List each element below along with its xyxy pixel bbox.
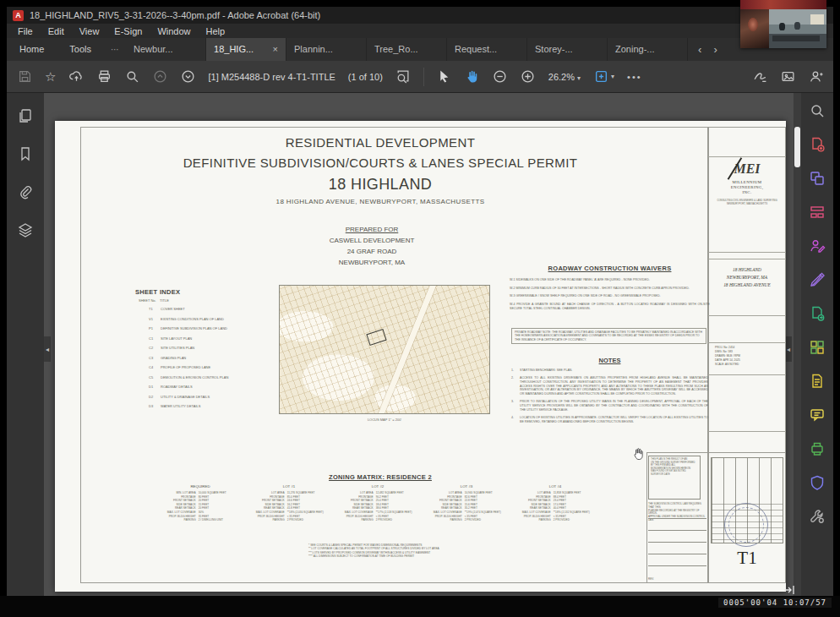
sheet-number: C4 xyxy=(149,366,161,370)
zoom-out-icon[interactable] xyxy=(493,69,508,85)
page-thumbnail-nav-icon[interactable] xyxy=(395,69,411,85)
next-page-icon[interactable] xyxy=(180,69,195,85)
note-item: 2. ACCESS TO ALL EXISTING DRIVEWAYS ON A… xyxy=(511,376,708,396)
note-item: 4. LOCATION OF EXISTING UTILITIES IS APP… xyxy=(511,416,708,423)
waiver-paragraph: W-1 SIDEWALKS ON ONE SIDE OF THE ROADWAY… xyxy=(510,278,710,282)
notes-block: NOTES 1. STARTING BENCHMARK: SEE PLAN. 2… xyxy=(511,357,708,428)
waiver-paragraph: W-3 GREENSWALE / SNOW SHELF REQUIRED ON … xyxy=(510,294,710,298)
fill-sign-icon[interactable] xyxy=(809,270,826,288)
doc-tab[interactable]: Zoning-... xyxy=(608,38,688,61)
bottom-letterbox xyxy=(0,596,840,617)
note-text: PRIOR TO INSTALLATION OF THE PROPOSED UT… xyxy=(520,400,708,412)
webcam-table-shape xyxy=(772,35,820,41)
zoning-matrix: REQUIRED MIN. LOT AREA 10,000 SQUARE FEE… xyxy=(158,484,597,522)
roadway-waivers: ROADWAY CONSTRUCTION WAIVERS W-1 SIDEWAL… xyxy=(510,265,710,315)
create-pdf-icon[interactable] xyxy=(809,135,826,153)
page-fit-select[interactable]: ▾ xyxy=(593,69,614,85)
vertical-scrollbar[interactable] xyxy=(794,93,801,596)
cloud-upload-icon[interactable] xyxy=(68,69,84,85)
more-tools-wrench-icon[interactable] xyxy=(809,507,826,525)
attachments-icon[interactable] xyxy=(17,183,35,200)
title-bar: A 18_HIGHLAND_RIV5_3-31-2026--3-40pm.pdf… xyxy=(7,7,833,24)
save-icon[interactable] xyxy=(17,69,32,85)
doc-tab-active[interactable]: 18_HIG... × xyxy=(206,38,286,61)
account-add-icon[interactable] xyxy=(808,69,823,85)
search-icon[interactable] xyxy=(809,101,826,119)
zoning-row: PARKING 2 PROVIDED xyxy=(513,518,597,522)
prepared-for-block: PREPARED FOR CASWELL DEVELOPMENT 24 GRAF… xyxy=(266,224,477,268)
webcam-video-overlay xyxy=(740,0,826,48)
scan-ocr-icon[interactable] xyxy=(809,440,826,457)
prepare-form-icon[interactable] xyxy=(809,372,826,390)
layers-icon[interactable] xyxy=(17,221,35,238)
search-icon[interactable] xyxy=(124,69,139,85)
previous-page-icon[interactable] xyxy=(152,69,167,85)
sheet-number-badge: T1 xyxy=(708,548,786,569)
sign-share-icon[interactable] xyxy=(752,69,767,85)
title-block-divider xyxy=(708,342,786,343)
combine-files-icon[interactable] xyxy=(809,169,826,187)
menu-item[interactable]: Help xyxy=(199,26,233,36)
stamp-image-icon[interactable] xyxy=(780,69,795,85)
doc-tab-label: Newbur... xyxy=(134,38,172,61)
zoom-level-select[interactable]: 26.2%▾ xyxy=(548,72,581,82)
star-icon[interactable]: ☆ xyxy=(45,70,56,83)
left-panel-collapse-handle[interactable]: ◂ xyxy=(44,336,51,362)
toolbar: ☆ [1] M254488-D rev 4-T1-TITLE (1 of 10)… xyxy=(7,61,833,93)
zoning-footnote: **** ALL DIMENSIONS SUBJECT TO CONFIRMAT… xyxy=(308,554,511,558)
comment-icon[interactable] xyxy=(809,406,826,423)
export-pdf-icon[interactable] xyxy=(809,304,826,322)
protect-pdf-icon[interactable] xyxy=(809,473,826,491)
doc-tab[interactable]: Tree_Ro... xyxy=(367,38,447,61)
zoom-in-icon[interactable] xyxy=(521,69,536,85)
collapse-right-icon: ◂ xyxy=(787,346,790,353)
tabs-scroll-left-icon[interactable]: ‹ xyxy=(698,43,701,56)
menu-item[interactable]: File xyxy=(10,26,41,36)
tab-overflow-icon[interactable]: ⋯ xyxy=(104,38,126,61)
doc-tab-label: Plannin... xyxy=(294,38,333,61)
tab-tools[interactable]: Tools xyxy=(57,38,104,61)
sheet-number: D2 xyxy=(149,396,161,400)
organize-pages-icon[interactable] xyxy=(809,203,826,221)
zoning-matrix-title: ZONING MATRIX: RESIDENCE 2 xyxy=(266,473,494,481)
doc-tab[interactable]: Newbur... xyxy=(126,38,206,61)
tabs-scroll-right-icon[interactable]: › xyxy=(713,43,717,56)
zoning-column: REQUIRED MIN. LOT AREA 10,000 SQUARE FEE… xyxy=(158,484,243,522)
tab-home[interactable]: Home xyxy=(7,38,57,61)
close-tab-icon[interactable]: × xyxy=(273,38,278,61)
title-line-2: DEFINITIVE SUBDIVISION/COURTS & LANES SP… xyxy=(106,153,655,173)
zoning-value: 2 PROVIDED xyxy=(287,518,331,522)
scrollbar-thumb[interactable] xyxy=(794,127,800,167)
doc-tab[interactable]: Plannin... xyxy=(286,38,367,61)
menu-bar: FileEditViewE-SignWindowHelp xyxy=(7,24,833,38)
locus-map-label: LOCUS MAP 1" = 200' xyxy=(279,418,490,422)
site-address: 18 HIGHLAND AVENUE, NEWBURYPORT, MASSACH… xyxy=(106,198,655,205)
doc-tab[interactable]: Request... xyxy=(447,38,527,61)
more-tools-icon[interactable]: ••• xyxy=(627,72,642,82)
edit-pdf-icon[interactable] xyxy=(809,338,826,356)
title-block-divider xyxy=(708,315,786,316)
request-signatures-icon[interactable] xyxy=(809,237,826,254)
pdf-page[interactable]: RESIDENTIAL DEVELOPMENT DEFINITIVE SUBDI… xyxy=(55,121,786,592)
hand-tool-icon[interactable] xyxy=(465,69,480,85)
sheet-number: C1 xyxy=(149,337,161,341)
page-thumbnails-icon[interactable] xyxy=(17,106,35,124)
sheet-number: T1 xyxy=(149,308,161,312)
print-icon[interactable] xyxy=(96,69,112,85)
menu-item[interactable]: E-Sign xyxy=(106,26,150,36)
drawing-meta-block: PROJ. No: 2454DWG. No: 583DRAWN: MLB / R… xyxy=(708,346,786,367)
menu-item[interactable]: View xyxy=(72,26,107,36)
select-tool-icon[interactable] xyxy=(437,69,452,85)
sheet-number: C2 xyxy=(149,347,161,351)
toolbar-divider xyxy=(423,68,424,86)
project-street: 18 HIGHLAND AVENUE xyxy=(708,281,786,289)
webcam-screen-shape xyxy=(810,14,824,25)
locus-map-road xyxy=(369,285,439,414)
right-panel-collapse-handle[interactable]: ◂ xyxy=(785,336,792,362)
bookmarks-icon[interactable] xyxy=(17,145,35,162)
doc-tab[interactable]: Storey-... xyxy=(527,38,608,61)
menu-item[interactable]: Edit xyxy=(41,26,72,36)
menu-item[interactable]: Window xyxy=(150,26,198,36)
zoning-value: 2 PROVIDED xyxy=(376,518,420,522)
revision-label: REV. xyxy=(648,577,654,581)
